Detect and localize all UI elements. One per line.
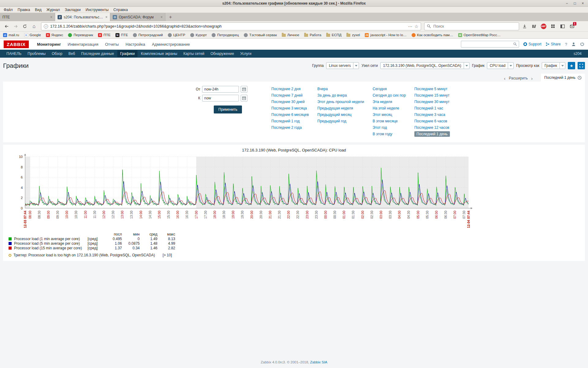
profile-button[interactable] [571,42,576,46]
logout-button[interactable] [580,42,584,46]
bookmark-item[interactable]: ЯПТЕ [98,33,111,37]
from-input[interactable] [202,86,239,93]
quick-range-link[interactable]: Последние 3 месяца [271,106,307,110]
site-info-icon[interactable]: i [44,24,48,29]
quick-range-link[interactable]: Последние 6 часов [414,119,447,123]
bookmark-item[interactable]: ЦЕНТР [168,33,185,37]
quick-range-link[interactable]: Последние 12 часов [414,125,449,130]
library-button[interactable] [530,23,538,30]
to-input[interactable] [202,95,239,102]
quick-range-link[interactable]: Этот день прошлой недели [317,100,364,104]
quick-range-link[interactable]: Последний 1 год [271,119,300,123]
subnav-item-1[interactable]: ПАНЕЛЬ [4,50,24,57]
bookmark-item[interactable]: ЕСПД [326,33,341,37]
bookmark-item[interactable]: Как освободить пам… [412,33,453,37]
quick-range-link[interactable]: В этом месяце [373,119,398,123]
page-actions-icon[interactable]: ⋯ [408,24,412,29]
extension-button[interactable]: 1 [568,23,576,30]
menu-button[interactable] [577,23,586,30]
support-link[interactable]: Support [523,42,541,46]
bookmark-item[interactable]: @mail.ru [3,33,19,37]
subnav-item-8[interactable]: Карты сетей [181,50,207,57]
quick-range-link[interactable]: Сегодня до сих пор [373,93,406,98]
help-button[interactable]: ? [565,42,567,47]
zabbix-sia-link[interactable]: Zabbix SIA [310,360,327,364]
zabbix-search-input[interactable] [463,42,513,47]
quick-range-link[interactable]: Сегодня [373,87,387,91]
menubar-item-1[interactable]: Файл [1,8,15,12]
quick-range-link[interactable]: Последний 1 день [414,131,450,137]
bookmark-item[interactable]: GGoogle [24,33,41,37]
bookmark-item[interactable]: Курорт [190,33,207,37]
quick-range-link[interactable]: Эта неделя [373,100,392,104]
bookmark-item[interactable]: Тэстовый сервак [244,33,277,37]
quick-range-link[interactable]: Последний 1 час [414,106,443,110]
zoom-out-button[interactable]: Расширить [509,76,528,82]
back-button[interactable] [2,23,10,30]
menubar-item-5[interactable]: Закладки [62,8,83,12]
group-select[interactable]: Linux servers [326,62,359,69]
bookmark-item[interactable]: Работа [304,33,321,37]
bookmark-item[interactable]: zyxel [346,33,360,37]
url-bar[interactable]: i 172.16.1.204/zabbix/charts.php?page=1&… [41,22,421,30]
quick-range-link[interactable]: Этот месяц [373,113,392,117]
main-menu-item-1[interactable]: Мониторинг [34,39,64,50]
screenshot-button[interactable] [549,23,557,30]
forward-button[interactable] [12,23,20,30]
quick-range-link[interactable]: За день до вчера [317,93,347,98]
zabbix-search[interactable] [461,41,519,48]
quick-range-link[interactable]: На этой неделе [373,106,399,110]
quick-range-link[interactable]: Последние 2 года [271,125,302,130]
home-button[interactable]: ⌂ [30,23,38,30]
quick-range-link[interactable]: Последние 2 дня [271,87,300,91]
sidebar-button[interactable] [558,23,567,30]
main-menu-item-4[interactable]: Настройка [122,39,149,50]
favourites-button[interactable]: ★ [568,62,575,69]
main-menu-item-3[interactable]: Отчеты [102,39,122,50]
new-tab-button[interactable]: + [165,14,175,20]
host-select[interactable]: 172.16.3.190 (Web, PostgreSQL, OpenSCADA… [380,62,469,69]
bookmark-star-icon[interactable]: ☆ [414,24,418,29]
menubar-item-2[interactable]: Правка [15,8,33,12]
subnav-item-7[interactable]: Комплексные экраны [138,50,180,57]
menubar-item-3[interactable]: Вид [32,8,44,12]
bookmark-item[interactable]: Переводчик [68,33,93,37]
from-calendar-button[interactable] [241,86,247,93]
subnav-item-9[interactable]: Обнаружение [208,50,237,57]
to-calendar-button[interactable] [241,95,247,102]
bookmark-item[interactable]: JSjavascript - How to lo… [365,33,406,37]
menubar-item-7[interactable]: Справка [111,8,130,12]
tab-close-icon[interactable]: × [50,15,52,19]
bookmark-item[interactable]: NПТЕ [115,33,128,37]
quick-range-link[interactable]: Этот год [373,125,387,130]
quick-range-link[interactable]: Предыдущий год [317,119,346,123]
bookmark-item[interactable]: ЯЯндекс [46,33,63,37]
adblock-button[interactable]: ABP [539,23,548,30]
zabbix-logo[interactable]: ZABBIX [4,40,29,48]
fullscreen-button[interactable] [578,62,585,69]
browser-tab-3[interactable]: OOpenSCADA: Форум× [110,13,165,21]
quick-range-link[interactable]: В этом году [373,132,392,136]
view-as-select[interactable]: График [542,62,565,69]
quick-range-link[interactable]: Последние 30 минут [414,100,450,104]
bookmark-item[interactable]: Личное [282,33,299,37]
time-forward-button[interactable]: › [529,75,535,82]
subnav-item-5[interactable]: Последние данные [78,50,117,57]
menubar-item-6[interactable]: Инструменты [83,8,111,12]
graph-select[interactable]: CPU load [487,62,514,69]
cpu-load-graph[interactable]: 024681012-03 07:4408:0008:3009:0009:3010… [4,153,477,232]
subnav-item-2[interactable]: Проблемы [25,50,48,57]
search-bar[interactable] [424,22,519,30]
quick-range-link[interactable]: Последние 5 минут [414,87,447,91]
url-text[interactable]: 172.16.1.204/zabbix/charts.php?page=1&gr… [50,24,406,29]
tab-close-icon[interactable]: × [105,15,107,19]
reload-button[interactable] [21,23,29,30]
window-maximize-button[interactable]: □ [573,1,577,6]
window-close-button[interactable]: × [581,1,585,6]
download-button[interactable] [520,23,529,30]
window-minimize-button[interactable]: − [565,1,569,6]
quick-range-link[interactable]: Последние 6 месяцев [271,113,309,117]
subnav-item-10[interactable]: Услуги [237,50,254,57]
apply-button[interactable]: Применить [214,105,242,113]
quick-range-link[interactable]: Предыдущий месяц [317,113,351,117]
